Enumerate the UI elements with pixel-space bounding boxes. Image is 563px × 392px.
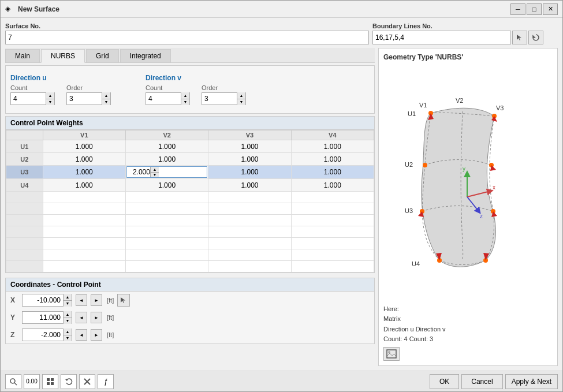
cell-u3-v2-down[interactable]: ▼ [151,173,159,178]
main-window: ◈ New Surface ─ □ ✕ Surface No. Boundary… [0,0,563,392]
maximize-button[interactable]: □ [527,3,542,15]
coord-z-label: Z [10,331,18,339]
direction-u-order-input[interactable] [67,93,102,104]
coord-z-down[interactable]: ▼ [64,335,72,342]
cell-u3-v2-input[interactable] [127,167,150,177]
toolbar-formula-btn[interactable]: ƒ [98,374,114,389]
tab-nurbs[interactable]: NURBS [41,49,85,63]
toolbar-grid-btn[interactable] [42,374,58,389]
boundary-select-btn[interactable] [512,31,527,44]
table-row: U4 1.000 1.000 1.000 1.000 [6,179,374,192]
formula-label: ƒ [104,378,108,386]
tab-main[interactable]: Main [5,49,40,62]
label-v2: V2 [456,97,463,104]
coord-x-down[interactable]: ▼ [64,301,72,307]
cell-u4-v1[interactable]: 1.000 [43,179,125,192]
coord-x-label: X [10,296,18,304]
cell-u3-v2-edit[interactable]: ▲ ▼ [125,166,208,179]
cursor-icon [516,33,524,42]
bottom-toolbar: 0.00 ƒ OK Cancel Apply & Next [1,371,562,391]
direction-u-order-spinner: ▲ ▼ [66,92,111,105]
direction-u-count-down[interactable]: ▼ [46,99,54,106]
coord-y-up[interactable]: ▲ [64,311,72,318]
coord-y-down[interactable]: ▼ [64,318,72,324]
cell-u3-v1[interactable]: 1.000 [43,166,125,179]
boundary-group: Boundary Lines No. [372,23,543,44]
coord-z-arrows: ▲ ▼ [63,328,72,341]
cell-u4-v3[interactable]: 1.000 [208,179,291,192]
toolbar-zero-btn[interactable]: 0.00 [24,374,40,389]
col-header-v2: V2 [125,130,208,140]
x-icon [83,378,91,386]
toolbar-search-btn[interactable] [5,374,21,389]
svg-point-2 [10,379,15,383]
cell-u3-v3[interactable]: 1.000 [208,166,291,179]
geometry-image-button[interactable] [383,347,400,361]
cancel-button[interactable]: Cancel [461,374,502,389]
weights-table: V1 V2 V3 V4 U1 1.000 1.000 1.000 [6,130,374,272]
coord-y-next[interactable]: ► [91,312,102,323]
direction-u-order-up[interactable]: ▲ [102,92,110,99]
cell-u4-v4[interactable]: 1.000 [291,179,374,192]
direction-v-count-field: Count ▲ ▼ [146,84,190,105]
coord-x-next[interactable]: ► [91,294,102,306]
boundary-reset-btn[interactable] [528,31,543,44]
cell-u2-v2[interactable]: 1.000 [125,153,208,166]
tab-grid[interactable]: Grid [86,49,119,62]
cell-u3-v2-up[interactable]: ▲ [151,167,159,173]
direction-u-count-up[interactable]: ▲ [46,92,54,99]
cell-u1-v2[interactable]: 1.000 [125,140,208,153]
cell-u2-v3[interactable]: 1.000 [208,153,291,166]
weights-table-header-row: V1 V2 V3 V4 [6,130,374,140]
direction-u-count-label: Count [10,84,55,91]
cell-u1-v1[interactable]: 1.000 [43,140,125,153]
row-label-u1: U1 [6,140,43,153]
surface-no-input[interactable] [5,31,369,44]
coord-x-input[interactable] [23,294,63,306]
direction-u-count-input[interactable] [11,93,46,104]
coord-x-prev[interactable]: ◄ [76,294,87,306]
image-icon [386,349,397,359]
coord-z-up[interactable]: ▲ [64,328,72,335]
cell-u1-v3[interactable]: 1.000 [208,140,291,153]
coord-y-prev[interactable]: ◄ [76,312,87,323]
direction-v-order-spinner: ▲ ▼ [202,92,246,105]
cell-u4-v2[interactable]: 1.000 [125,179,208,192]
direction-v-count-arrows: ▲ ▼ [181,92,189,105]
cell-u3-v4[interactable]: 1.000 [291,166,374,179]
minimize-button[interactable]: ─ [510,3,525,15]
coord-x-up[interactable]: ▲ [64,294,72,301]
right-panel: Geometry Type 'NURBS' [378,48,558,366]
direction-v-count-spinner: ▲ ▼ [146,92,190,105]
direction-u-order-down[interactable]: ▼ [102,99,110,106]
coord-z-input[interactable] [23,329,63,341]
tab-integrated[interactable]: Integrated [120,49,171,62]
direction-v-order-input[interactable] [202,93,237,104]
coord-z-prev[interactable]: ◄ [76,329,87,341]
label-v1: V1 [419,102,427,109]
apply-next-button[interactable]: Apply & Next [505,374,558,389]
geometry-info: Here: Matrix Direction u Direction v Cou… [383,302,553,347]
close-button[interactable]: ✕ [543,3,558,15]
col-header-v4: V4 [291,130,374,140]
toolbar-undo-btn[interactable] [61,374,77,389]
direction-v-order-down[interactable]: ▼ [237,99,245,106]
label-v3: V3 [496,104,504,111]
toolbar-cancel-action-btn[interactable] [79,374,95,389]
reset-icon [532,33,540,42]
cell-u2-v1[interactable]: 1.000 [43,153,125,166]
nurbs-panel: Direction u Count ▲ ▼ [5,65,375,114]
coord-y-input[interactable] [23,312,63,323]
direction-v-count-down[interactable]: ▼ [181,99,189,106]
coord-x-pick[interactable] [117,294,130,307]
direction-v-count-input[interactable] [146,93,181,104]
direction-v-order-up[interactable]: ▲ [237,92,245,99]
boundary-input[interactable] [372,31,511,44]
direction-u-order-field: Order ▲ ▼ [66,84,111,105]
svg-line-3 [14,383,17,385]
coord-z-next[interactable]: ► [91,329,102,341]
cell-u2-v4[interactable]: 1.000 [291,153,374,166]
direction-v-count-up[interactable]: ▲ [181,92,189,99]
cell-u1-v4[interactable]: 1.000 [291,140,374,153]
ok-button[interactable]: OK [430,374,459,389]
